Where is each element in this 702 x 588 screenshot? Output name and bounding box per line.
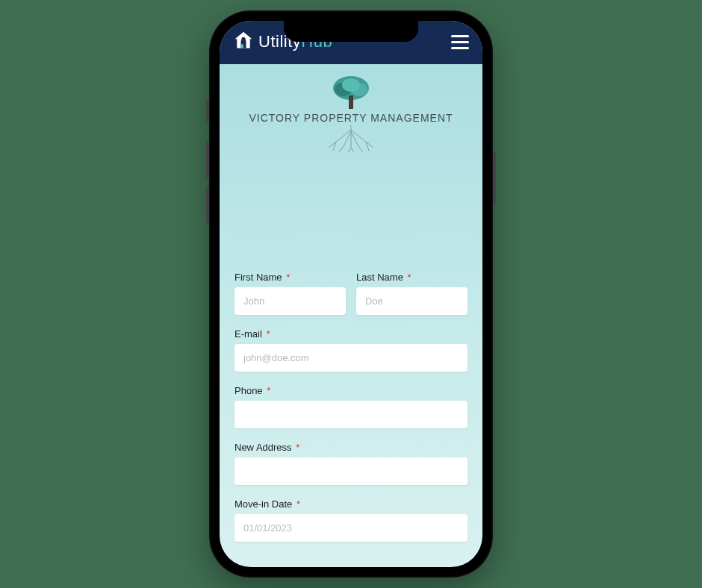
required-marker: * <box>408 272 411 283</box>
required-marker: * <box>267 385 270 396</box>
phone-volume-up <box>206 141 209 178</box>
field-first-name: First Name * <box>234 272 346 315</box>
company-name: VICTORY PROPERTY MANAGEMENT <box>227 112 475 124</box>
field-movein-date: Move-in Date * <box>234 498 468 542</box>
movein-label: Move-in Date * <box>234 498 468 510</box>
brand-house-icon <box>233 30 254 54</box>
phone-screen: UtilityHub VICTORY PROPERTY MANAGEMENT <box>220 21 482 567</box>
first-name-input[interactable] <box>234 287 346 315</box>
signup-form: First Name * Last Name * E-mail * <box>220 152 482 542</box>
field-address: New Address * <box>234 442 468 485</box>
phone-mute-switch <box>206 100 209 122</box>
first-name-label: First Name * <box>234 272 346 283</box>
required-marker: * <box>286 272 290 283</box>
field-last-name: Last Name * <box>356 272 468 315</box>
required-marker: * <box>266 328 270 340</box>
svg-rect-5 <box>349 96 353 109</box>
svg-rect-0 <box>241 44 244 48</box>
required-marker: * <box>296 498 300 510</box>
svg-point-4 <box>342 78 360 92</box>
company-logo-block: VICTORY PROPERTY MANAGEMENT <box>220 64 482 152</box>
phone-label: Phone * <box>234 385 468 396</box>
roots-icon <box>321 125 381 152</box>
phone-input[interactable] <box>234 401 468 428</box>
tree-icon <box>329 75 373 109</box>
email-label: E-mail * <box>234 328 468 340</box>
phone-power-button <box>493 152 496 204</box>
phone-frame: UtilityHub VICTORY PROPERTY MANAGEMENT <box>209 10 493 578</box>
last-name-input[interactable] <box>356 287 468 315</box>
hamburger-menu-icon[interactable] <box>451 35 469 49</box>
phone-volume-down <box>206 186 209 223</box>
required-marker: * <box>296 442 299 453</box>
address-input[interactable] <box>234 457 468 485</box>
movein-input[interactable] <box>234 514 468 542</box>
email-input[interactable] <box>234 344 468 372</box>
field-email: E-mail * <box>234 328 468 372</box>
address-label: New Address * <box>234 442 468 453</box>
field-phone: Phone * <box>234 385 468 428</box>
last-name-label: Last Name * <box>356 272 468 283</box>
phone-notch <box>284 21 418 42</box>
